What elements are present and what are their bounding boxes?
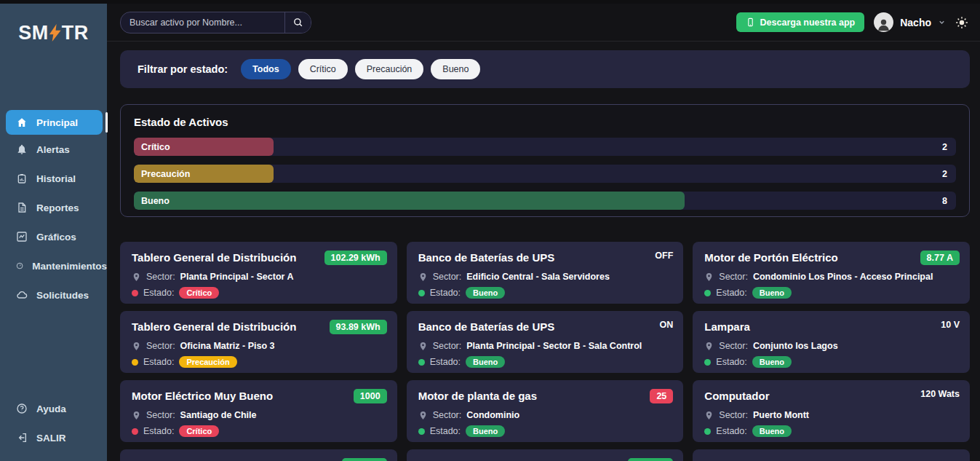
estado-badge: Bueno [752,287,792,299]
sidebar-item-label: Mantenimientos [32,261,107,272]
sector-value: Edificio Central - Sala Servidores [466,272,610,282]
estado-dot-icon [704,428,711,435]
asset-sector-row: Sector:Condominio Los Pinos - Acceso Pri… [704,272,958,282]
asset-card-partial[interactable] [120,449,397,461]
sidebar-item-label: SALIR [36,433,66,444]
user-name[interactable]: Nacho [900,17,931,28]
sector-value: Planta Principal - Sector B - Sala Contr… [466,341,642,351]
estado-label: Estado: [716,426,746,436]
sector-value: Condominio Los Pinos - Acceso Principal [753,272,933,282]
active-item-indicator [105,112,108,133]
estado-label: Estado: [143,357,174,367]
asset-value-badge: 120 Wats [920,389,960,399]
asset-estado-row: Estado:Bueno [418,287,672,299]
asset-card[interactable]: Computador120 WatsSector:Puerto MonttEst… [693,380,970,442]
main-area: Descarga nuestra app Nacho Filtrar por e… [107,4,980,461]
avatar[interactable] [874,12,893,32]
sidebar-item-mantenimientos[interactable]: Mantenimientos [0,251,107,280]
asset-sector-row: Sector:Oficina Matriz - Piso 3 [132,341,386,351]
asset-card[interactable]: Motor de planta de gas25Sector:Condomini… [407,380,684,442]
asset-card-partial[interactable] [693,449,970,461]
status-bar-fill: Bueno [134,192,685,210]
sidebar-item-ayuda[interactable]: Ayuda [0,394,107,423]
asset-card[interactable]: Lampara10 VSector:Conjunto los LagosEsta… [693,311,970,373]
content: Filtrar por estado: TodosCríticoPrecauci… [107,42,980,461]
filter-pill-todos[interactable]: Todos [241,59,291,79]
filter-pill-critico[interactable]: Crítico [298,59,348,79]
asset-value-badge: 102.29 kWh [324,251,387,265]
estado-badge: Bueno [752,425,792,437]
location-pin-icon [132,272,141,282]
topbar: Descarga nuestra app Nacho [107,4,980,42]
asset-card[interactable]: Banco de Baterías de UPSONSector:Planta … [407,311,684,373]
estado-label: Estado: [430,426,461,436]
sidebar-footer-nav: AyudaSALIR [0,394,107,461]
status-bars: Crítico2Precaución2Bueno8 [134,138,956,210]
asset-card-title: Lampara [704,320,958,333]
sector-label: Sector: [146,410,175,420]
sector-label: Sector: [719,341,748,351]
sidebar-item-historial[interactable]: Historial [0,164,107,193]
estado-label: Estado: [143,426,174,436]
asset-estado-row: Estado:Crítico [132,425,386,437]
asset-card[interactable]: Tablero General de Distribución93.89 kWh… [120,311,397,373]
asset-card[interactable]: Tablero General de Distribución102.29 kW… [120,242,397,304]
sidebar-item-gráficos[interactable]: Gráficos [0,222,107,251]
filter-pill-bueno[interactable]: Bueno [431,59,480,79]
estado-label: Estado: [143,288,174,298]
asset-card[interactable]: Motor Eléctrico Muy Bueno1000Sector:Sant… [120,380,397,442]
sidebar-item-reportes[interactable]: Reportes [0,193,107,222]
asset-estado-row: Estado:Bueno [704,287,958,299]
bell-icon [16,143,28,155]
asset-card-partial[interactable] [407,449,684,461]
theme-toggle-sun-icon[interactable] [955,16,968,29]
sidebar-item-salir[interactable]: SALIR [0,423,107,452]
sector-value: Oficina Matriz - Piso 3 [180,341,275,351]
sector-label: Sector: [719,272,748,282]
sector-value: Puerto Montt [753,410,809,420]
sidebar-item-label: Historial [36,173,76,184]
location-pin-icon [418,272,428,282]
estado-badge: Crítico [179,287,219,299]
asset-value-badge: 93.89 kWh [330,320,387,334]
asset-estado-row: Estado:Precaución [132,356,386,368]
estado-dot-icon [132,428,138,435]
sidebar-item-solicitudes[interactable]: Solicitudes [0,280,107,310]
asset-value-badge: ON [660,320,674,330]
sector-label: Sector: [433,272,462,282]
estado-badge: Bueno [466,287,505,299]
chevron-down-icon[interactable] [938,18,946,26]
phone-icon [746,17,755,27]
search-input[interactable] [121,17,284,28]
estado-badge: Crítico [179,425,219,437]
asset-card-title: Motor de planta de gas [418,390,672,402]
asset-card-title: Banco de Baterías de UPS [418,320,672,333]
sidebar: SM TR PrincipalAlertasHistorialReportesG… [0,4,107,461]
search-icon [292,17,303,28]
asset-sector-row: Sector:Conjunto los Lagos [704,341,958,351]
sidebar-item-principal[interactable]: Principal [6,110,103,135]
logout-icon [16,432,28,444]
asset-card[interactable]: Motor de Portón Eléctrico8.77 ASector:Co… [693,242,970,304]
asset-value-badge: 1000 [354,389,387,403]
asset-estado-row: Estado:Crítico [132,287,386,299]
asset-sector-row: Sector:Condominio [418,410,672,420]
download-app-button[interactable]: Descarga nuestra app [736,12,865,32]
asset-card[interactable]: Banco de Baterías de UPSOFFSector:Edific… [407,242,684,304]
estado-dot-icon [704,290,711,296]
estado-dot-icon [132,359,138,366]
history-icon [16,173,28,184]
filter-pill-precaucion[interactable]: Precaución [355,59,424,79]
sector-label: Sector: [146,272,175,282]
status-bar-value: 2 [942,165,947,183]
topbar-right: Descarga nuestra app Nacho [736,12,968,32]
search-button[interactable] [284,12,311,34]
logo-text-left: SM [18,22,49,44]
status-bar-value: 2 [942,138,947,156]
estado-label: Estado: [430,288,461,298]
location-pin-icon [704,342,714,351]
logo-text-right: TR [62,22,89,44]
home-icon [16,117,28,128]
sector-value: Planta Principal - Sector A [180,272,294,282]
sidebar-item-alertas[interactable]: Alertas [0,135,107,164]
